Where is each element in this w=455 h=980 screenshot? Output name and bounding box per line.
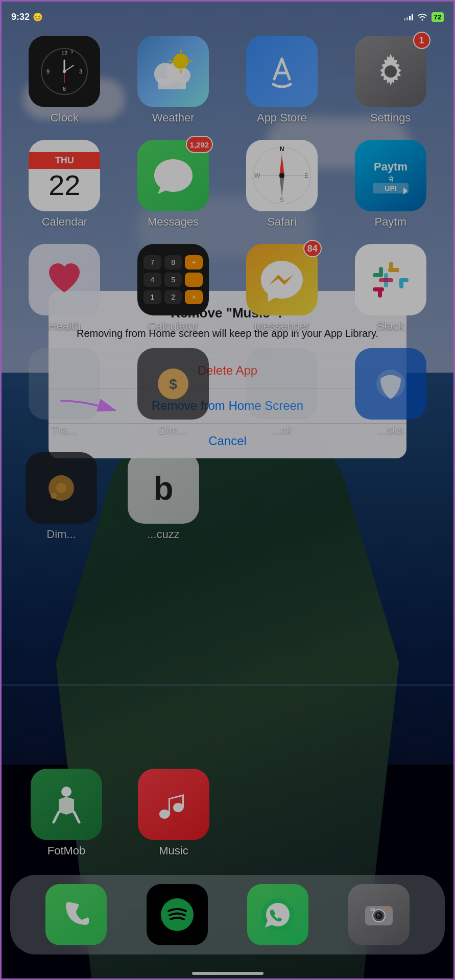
wifi-icon	[417, 13, 427, 21]
status-time: 9:32	[11, 12, 30, 22]
signal-bars-icon	[404, 13, 413, 20]
battery-level: 72	[434, 13, 441, 21]
home-indicator	[192, 972, 264, 975]
dialog-backdrop	[0, 0, 455, 980]
status-bar: 9:32 😊 72	[0, 0, 455, 28]
battery-indicator: 72	[432, 12, 444, 22]
status-emoji: 😊	[33, 12, 43, 22]
